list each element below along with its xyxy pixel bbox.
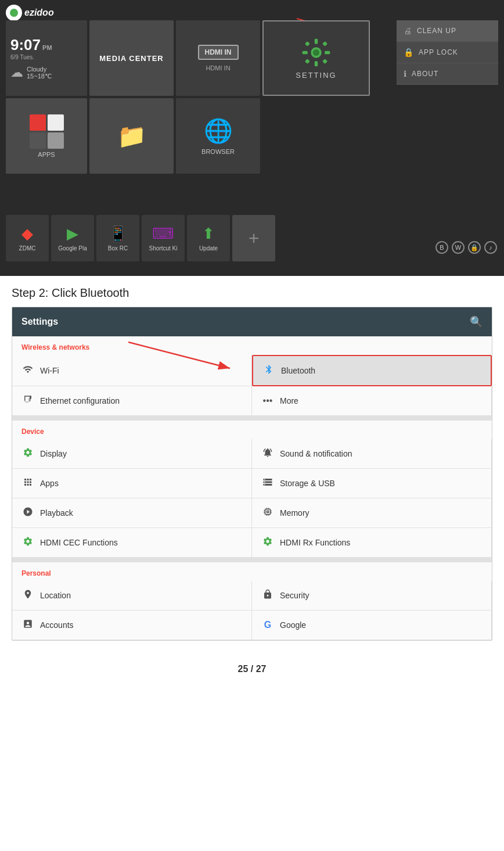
tile-setting[interactable]: SETTING [262,20,370,96]
ethernet-icon [21,394,34,407]
playback-icon [21,507,34,519]
hdmi-cec-row[interactable]: HDMI CEC Functions [12,528,252,558]
hdmi-rx-row[interactable]: HDMI Rx Functions [252,528,492,558]
right-panel-menu: 🖨 CLEAN UP 🔒 APP LOCK ℹ ABOUT [397,20,498,85]
folder-icon: 📁 [117,123,146,150]
location-icon [21,589,34,602]
svg-rect-5 [315,61,318,66]
media-center-label: MEDIA CENTER [99,54,163,63]
update-icon: ⬆ [202,225,215,243]
memory-icon [261,507,274,519]
sound-label: Sound & notification [280,449,482,458]
svg-rect-6 [303,51,308,55]
more-row[interactable]: ••• More [252,386,492,416]
dock-shortcut[interactable]: ⌨ Shortcut Ki [142,215,185,261]
settings-panel: Settings 🔍 Wireless & networks Wi-Fi Blu… [12,307,492,641]
location-row[interactable]: Location [12,581,252,611]
menu-item-clean-up[interactable]: 🖨 CLEAN UP [397,20,498,42]
apps-settings-label: Apps [40,479,242,488]
ethernet-label: Ethernet configuration [40,396,242,405]
settings-header: Settings 🔍 [12,307,492,336]
gear-icon-big [300,37,332,69]
update-label: Update [199,245,218,252]
svg-rect-10 [305,59,310,64]
menu-item-about[interactable]: ℹ ABOUT [397,63,498,85]
storage-row[interactable]: Storage & USB [252,469,492,498]
security-icon [261,589,274,602]
apps-row[interactable]: Apps [12,469,252,498]
box-rc-label: Box RC [108,245,128,252]
dock-add[interactable]: + [232,215,275,261]
hdmi-in-label: HDMI IN [206,64,230,71]
memory-row[interactable]: Memory [252,498,492,528]
tiles-grid: 9:07 PM 6/9 Tues. ☁ Cloudy 15~18℃ MEDIA … [6,20,370,174]
wifi-status-icon: W [452,241,465,254]
weather-condition: Cloudy [27,66,52,73]
zdmc-label: ZDMC [19,245,36,252]
playback-row[interactable]: Playback [12,498,252,528]
storage-icon [261,477,274,490]
step-label: Step 2: Click Bluetooth [0,276,504,307]
settings-body: Wireless & networks Wi-Fi Bluetooth [12,336,492,640]
hdmi-cec-label: HDMI CEC Functions [40,538,242,547]
tile-tools[interactable]: 📁 [89,98,174,174]
personal-section-header: Personal [12,562,492,581]
sound-row[interactable]: Sound & notification [252,439,492,469]
memory-label: Memory [280,508,482,518]
wireless-rows: Wi-Fi Bluetooth Ethernet configuration •… [12,355,492,416]
tile-hdmi-in[interactable]: HDMI IN HDMI IN [176,20,260,96]
tile-apps[interactable]: APPS [6,98,87,174]
time-display: 9:07 PM [10,36,52,54]
hdmi-cec-icon [21,536,34,549]
svg-rect-11 [322,59,327,64]
dock-google-play[interactable]: ▶ Google Pla [51,215,94,261]
tile-media-center[interactable]: MEDIA CENTER [89,20,174,96]
location-label: Location [40,591,242,600]
settings-title: Settings [21,317,58,327]
tile-browser[interactable]: 🌐 BROWSER [176,98,260,174]
lock-status-icon: 🔒 [468,241,481,254]
search-icon[interactable]: 🔍 [470,315,483,328]
apps-settings-icon [21,477,34,490]
device-rows: Display Sound & notification Apps Storag… [12,439,492,558]
security-row[interactable]: Security [252,581,492,611]
dock-update[interactable]: ⬆ Update [187,215,230,261]
date-display: 6/9 Tues. [10,54,34,60]
bluetooth-icon [262,364,275,377]
app-lock-label: APP LOCK [419,48,458,56]
google-play-icon: ▶ [67,225,78,243]
apps-label: APPS [38,151,55,158]
google-row[interactable]: G Google [252,611,492,640]
bluetooth-row[interactable]: Bluetooth [252,355,492,386]
hdmi-badge: HDMI IN [198,45,239,60]
svg-line-13 [128,342,230,368]
accounts-row[interactable]: Accounts [12,611,252,640]
tile-time[interactable]: 9:07 PM 6/9 Tues. ☁ Cloudy 15~18℃ [6,20,87,96]
box-rc-icon: 📱 [109,225,127,243]
section-divider-2 [12,558,492,562]
svg-point-3 [313,49,319,56]
svg-rect-7 [325,51,330,55]
bottom-dock: ◆ ZDMC ▶ Google Pla 📱 Box RC ⌨ Shortcut … [6,215,275,261]
dock-zdmc[interactable]: ◆ ZDMC [6,215,49,261]
dock-box-rc[interactable]: 📱 Box RC [96,215,139,261]
zidoo-logo: ezidoo [6,5,54,21]
personal-rows: Location Security Accounts G Google [12,581,492,640]
shortcut-icon: ⌨ [152,225,174,243]
google-icon: G [261,620,274,630]
bluetooth-label: Bluetooth [281,366,481,375]
accounts-label: Accounts [40,620,242,630]
svg-rect-8 [305,41,310,46]
menu-item-app-lock[interactable]: 🔒 APP LOCK [397,42,498,63]
ethernet-row[interactable]: Ethernet configuration [12,386,252,416]
browser-label: BROWSER [201,148,235,155]
more-label: More [280,396,482,405]
google-play-label: Google Pla [58,245,87,252]
display-label: Display [40,449,242,458]
setting-label: SETTING [296,71,336,80]
logo-circle [6,5,22,21]
display-row[interactable]: Display [12,439,252,469]
about-label: ABOUT [412,70,438,78]
device-section-header: Device [12,421,492,439]
playback-label: Playback [40,508,242,518]
